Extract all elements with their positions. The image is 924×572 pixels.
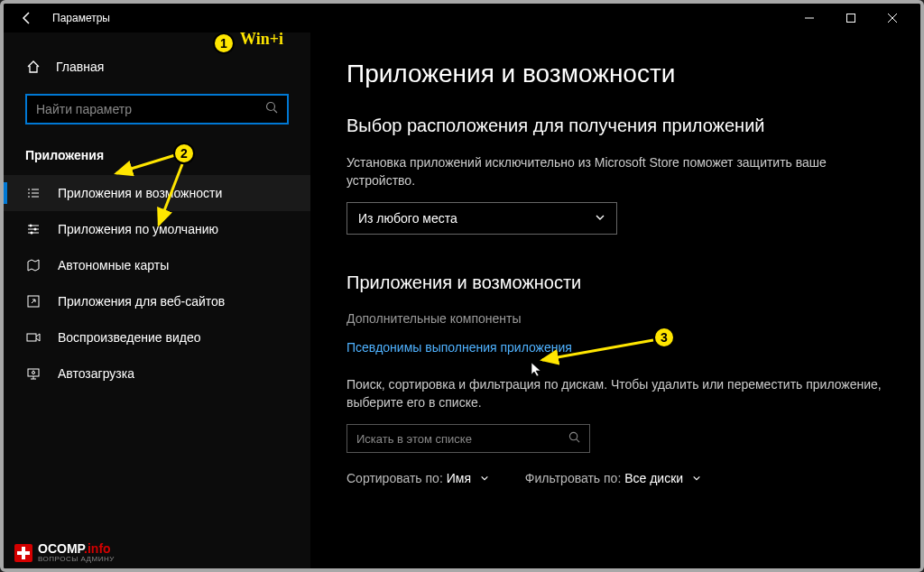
map-icon [25,258,42,272]
search-input[interactable] [36,102,265,116]
annotation-badge-1: 1 [213,32,235,54]
sidebar-item-label: Воспроизведение видео [58,330,200,345]
section-heading-source: Выбор расположения для получения приложе… [346,114,884,138]
source-dropdown[interactable]: Из любого места [346,202,617,235]
watermark: OCOMP.info ВОПРОСЫ АДМИНУ [14,542,115,563]
sidebar-item-label: Приложения для веб-сайтов [58,294,225,309]
svg-rect-20 [28,369,39,376]
window-title: Параметры [52,12,110,24]
sidebar-item-label: Автономные карты [58,258,169,272]
sidebar-item-offline-maps[interactable]: Автономные карты [4,247,310,283]
sidebar-item-startup[interactable]: Автозагрузка [4,355,310,392]
apps-description: Поиск, сортировка и фильтрация по дискам… [346,376,884,411]
annotation-arrow-3 [531,333,667,369]
search-box[interactable] [25,94,289,125]
close-icon [888,14,897,23]
chevron-down-icon [595,211,605,226]
svg-line-5 [274,110,278,114]
arrow-left-icon [20,11,34,25]
list-icon [25,186,42,200]
cursor-icon [531,362,543,378]
startup-icon [25,366,42,381]
svg-line-30 [159,164,182,225]
app-list-search[interactable]: Искать в этом списке [346,424,590,453]
defaults-icon [25,222,42,236]
back-button[interactable] [11,4,43,32]
chevron-down-icon [692,471,701,485]
video-icon [25,330,42,345]
dropdown-value: Из любого места [358,211,457,226]
minimize-button[interactable] [789,4,830,32]
sidebar-item-apps-websites[interactable]: Приложения для веб-сайтов [4,283,310,319]
sidebar-item-label: Автозагрузка [58,366,134,381]
open-external-icon [25,294,42,309]
svg-point-23 [32,372,35,374]
sidebar-home[interactable]: Главная [4,51,310,83]
svg-rect-19 [27,334,36,341]
sidebar-home-label: Главная [56,60,104,74]
maximize-button[interactable] [830,4,872,32]
svg-point-4 [267,103,275,111]
svg-point-15 [30,225,32,227]
page-title: Приложения и возможности [346,60,884,88]
search-icon [568,431,580,446]
minimize-icon [805,14,814,23]
svg-rect-1 [847,14,855,23]
sidebar-item-video-playback[interactable]: Воспроизведение видео [4,319,310,355]
svg-point-16 [34,228,37,231]
section-heading-apps: Приложения и возможности [346,271,884,295]
annotation-arrow-2b [148,161,202,234]
maximize-icon [846,14,855,23]
close-button[interactable] [872,4,913,32]
cross-icon [14,544,32,562]
svg-line-32 [542,340,653,360]
chevron-down-icon [480,471,489,485]
home-icon [25,60,42,74]
svg-point-17 [31,232,33,235]
source-description: Установка приложений исключительно из Mi… [346,154,884,189]
annotation-badge-3: 3 [653,327,675,348]
content-area: Приложения и возможности Выбор расположе… [310,32,920,568]
svg-point-25 [569,433,577,440]
sidebar: Главная Приложения Приложения и возможно… [4,32,310,568]
titlebar: Параметры [4,4,920,32]
filter-control[interactable]: Фильтровать по: Все диски [525,471,701,485]
sort-control[interactable]: Сортировать по: Имя [346,471,489,485]
app-list-search-placeholder: Искать в этом списке [356,432,472,446]
search-icon [265,101,278,117]
annotation-text-1: Win+i [240,30,283,49]
link-optional-components[interactable]: Дополнительные компоненты [346,311,884,326]
annotation-badge-2: 2 [173,143,195,164]
svg-line-26 [577,439,579,442]
